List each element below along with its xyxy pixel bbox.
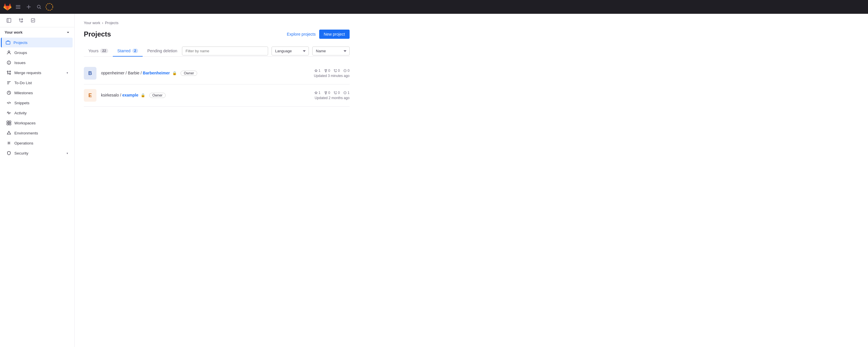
issues-stat-barbenheimer: 0: [343, 69, 350, 73]
stars-stat-example: 1: [314, 91, 321, 95]
svg-line-4: [40, 8, 41, 9]
breadcrumb-sep: ›: [102, 21, 103, 25]
project-stats-example: 1 0 0 1: [314, 91, 350, 100]
filter-row: Language Ruby JavaScript Python Name Las…: [182, 47, 350, 55]
activity-icon: [6, 110, 11, 115]
search-btn[interactable]: [35, 3, 43, 11]
mr-stat-example: 0: [334, 91, 340, 95]
language-filter-select[interactable]: Language Ruby JavaScript Python: [272, 47, 309, 55]
sidebar-item-milestones[interactable]: Milestones: [0, 88, 74, 98]
project-name-link-barbenheimer[interactable]: Barbenheimer: [143, 71, 170, 75]
sidebar-quick-access: [0, 14, 74, 27]
sidebar-item-activity[interactable]: Activity: [0, 108, 74, 118]
sidebar-item-todo-list[interactable]: To-Do List: [0, 78, 74, 88]
snippet-icon: [6, 100, 11, 106]
mr-icon: [334, 69, 337, 73]
svg-point-36: [336, 69, 336, 70]
breadcrumb-projects: Projects: [105, 21, 119, 25]
project-path-barbenheimer: oppenheimer / Barbie / Barbenheimer 🔒 Ow…: [101, 71, 309, 76]
sidebar-item-environments[interactable]: Environments: [0, 128, 74, 138]
sidebar-item-workspaces[interactable]: Workspaces: [0, 118, 74, 128]
svg-point-21: [9, 71, 11, 72]
role-badge-barbenheimer: Owner: [181, 71, 197, 76]
svg-rect-24: [7, 121, 9, 123]
project-path-example: ksirkesalo / example 🔒 Owner: [101, 93, 310, 98]
fork-icon-2: [324, 91, 328, 94]
operations-icon: [6, 141, 11, 146]
svg-point-18: [9, 63, 9, 64]
sidebar-item-issues[interactable]: Issues: [0, 58, 74, 67]
svg-point-52: [345, 93, 345, 94]
merge-icon: [6, 70, 11, 75]
gitlab-logo[interactable]: [3, 3, 11, 11]
group-icon: [6, 50, 11, 55]
svg-point-3: [37, 5, 40, 8]
page-header: Projects Explore projects New project: [84, 30, 350, 39]
breadcrumb-your-work[interactable]: Your work: [84, 21, 100, 25]
svg-rect-14: [6, 41, 10, 44]
forks-stat-barbenheimer: 0: [324, 69, 330, 73]
stats-row-barbenheimer: 1 0 0 0: [314, 69, 350, 73]
star-icon-2: [314, 91, 318, 94]
sidebar-item-operations[interactable]: Operations: [0, 138, 74, 148]
tab-pending-deletion[interactable]: Pending deletion: [143, 46, 182, 57]
svg-rect-1: [16, 7, 20, 7]
new-item-btn[interactable]: [25, 3, 33, 11]
sidebar-item-security[interactable]: Security ▾: [0, 148, 74, 158]
svg-point-46: [334, 92, 335, 92]
todos-quick-btn[interactable]: [28, 16, 38, 25]
svg-point-41: [324, 92, 326, 92]
svg-point-20: [9, 73, 11, 75]
project-icon: [5, 40, 11, 45]
project-name-link-example[interactable]: example: [122, 93, 138, 97]
fork-icon: [324, 69, 328, 73]
sidebar-item-snippets[interactable]: Snippets: [0, 98, 74, 108]
forks-stat-example: 0: [324, 91, 330, 95]
sidebar-panel-toggle[interactable]: [3, 16, 14, 25]
top-bar: [0, 0, 868, 14]
tab-starred[interactable]: Starred 2: [113, 46, 143, 57]
project-avatar-example: E: [84, 89, 96, 102]
svg-rect-25: [9, 121, 11, 123]
svg-point-40: [345, 71, 345, 71]
yours-count-badge: 22: [100, 49, 108, 53]
project-tabs: Yours 22 Starred 2 Pending deletion: [84, 46, 182, 56]
project-stats-barbenheimer: 1 0 0 0: [314, 69, 349, 78]
svg-point-29: [324, 69, 326, 70]
svg-point-5: [46, 3, 53, 10]
sidebar: Your work Projects: [0, 14, 74, 347]
your-work-section-header[interactable]: Your work: [0, 27, 74, 37]
mr-stat-barbenheimer: 0: [334, 69, 340, 73]
starred-count-badge: 2: [132, 49, 138, 53]
merge-requests-chevron: ▾: [67, 71, 68, 75]
mr-icon-2: [334, 91, 337, 94]
issues-stat-example: 1: [343, 91, 350, 95]
sidebar-item-groups[interactable]: Groups: [0, 48, 74, 57]
svg-rect-26: [7, 123, 9, 125]
sidebar-item-merge-requests[interactable]: Merge requests ▾: [0, 68, 74, 78]
explore-projects-btn[interactable]: Explore projects: [287, 32, 315, 36]
issues-icon-small-2: [343, 91, 347, 94]
main-content: Your work › Projects Projects Explore pr…: [74, 14, 359, 347]
svg-point-42: [326, 92, 327, 92]
sidebar-item-projects[interactable]: Projects: [0, 38, 74, 48]
filter-by-name-input[interactable]: [182, 47, 268, 55]
todo-icon: [6, 80, 11, 85]
new-project-btn[interactable]: New project: [319, 30, 350, 39]
lock-icon-example: 🔒: [141, 93, 145, 97]
tab-yours[interactable]: Yours 22: [84, 46, 113, 57]
stats-row-example: 1 0 0 1: [314, 91, 350, 95]
merge-requests-quick-btn[interactable]: [16, 16, 26, 25]
security-chevron: ▾: [67, 152, 68, 155]
svg-point-30: [326, 69, 327, 70]
svg-point-35: [336, 71, 336, 72]
chevron-down-icon: [66, 31, 70, 34]
svg-point-28: [8, 143, 10, 144]
workspace-icon: [6, 120, 11, 125]
sidebar-toggle-btn[interactable]: [14, 3, 22, 11]
milestone-icon: [6, 90, 11, 95]
stars-stat-barbenheimer: 1: [314, 69, 321, 73]
svg-rect-6: [7, 19, 11, 22]
page-title: Projects: [84, 30, 111, 38]
name-sort-select[interactable]: Name Last updated Stars: [312, 47, 350, 55]
